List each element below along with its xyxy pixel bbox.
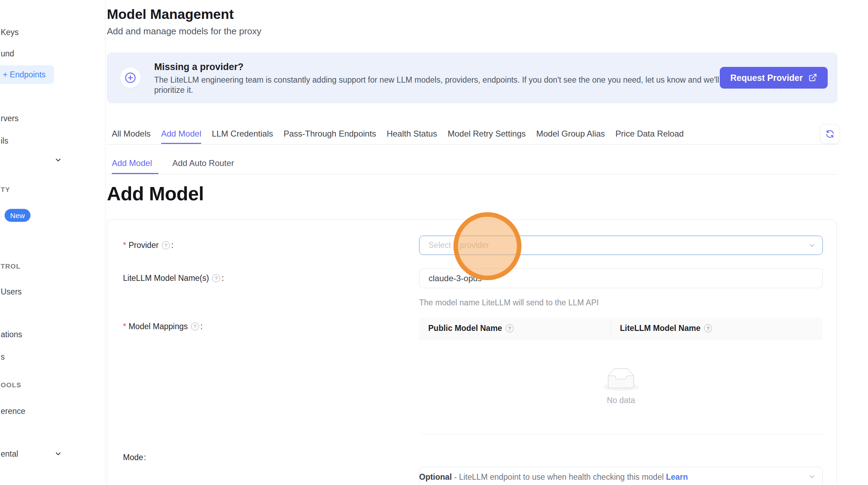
- request-provider-label: Request Provider: [730, 73, 803, 83]
- provider-select[interactable]: Select a provider: [419, 236, 823, 255]
- page-subtitle: Add and manage models for the proxy: [107, 26, 261, 37]
- sidebar-item-rvers[interactable]: rvers: [1, 114, 19, 123]
- mode-helper: Optional - LiteLLM endpoint to use when …: [419, 472, 688, 482]
- required-mark: *: [123, 322, 126, 331]
- model-mappings-label: * Model Mappings ? :: [123, 322, 203, 331]
- column-separator: [611, 322, 611, 334]
- external-link-icon: [808, 73, 817, 82]
- required-mark: *: [123, 241, 126, 250]
- request-provider-button[interactable]: Request Provider: [720, 67, 828, 89]
- main-content: Model Management Add and manage models f…: [107, 0, 838, 485]
- sidebar-item-s[interactable]: s: [1, 352, 5, 362]
- sidebar-item-und[interactable]: und: [1, 49, 14, 58]
- tab-pass-through-endpoints[interactable]: Pass-Through Endpoints: [283, 129, 376, 144]
- sidebar-item-erence[interactable]: erence: [1, 407, 25, 416]
- tab-health-status[interactable]: Health Status: [387, 129, 437, 144]
- mode-label: Mode :: [123, 448, 146, 467]
- chevron-down-icon[interactable]: [54, 156, 62, 164]
- subtabs-bar: Add ModelAdd Auto Router: [112, 158, 240, 174]
- tab-model-group-alias[interactable]: Model Group Alias: [536, 129, 605, 144]
- sidebar: Keysund+ EndpointsrversilsTYNewTROLUsers…: [0, 0, 105, 485]
- add-model-form-card: * Provider ? : Select a provider LiteLLM…: [107, 219, 837, 485]
- sidebar-section-ools: OOLS: [1, 381, 21, 389]
- chevron-down-icon: [808, 472, 816, 481]
- question-circle-icon[interactable]: ?: [162, 241, 170, 249]
- refresh-icon: [825, 129, 835, 139]
- question-circle-icon[interactable]: ?: [191, 323, 199, 331]
- model-name-label: LiteLLM Model Name(s) ? :: [123, 268, 224, 288]
- provider-placeholder: Select a provider: [429, 241, 489, 250]
- question-circle-icon[interactable]: ?: [506, 324, 514, 332]
- model-name-helper: The model name LiteLLM will send to the …: [419, 298, 599, 307]
- column-header-public-model-name: Public Model Name ?: [419, 324, 611, 333]
- sidebar-item-ations[interactable]: ations: [1, 330, 22, 339]
- tab-add-model[interactable]: Add Model: [161, 129, 201, 144]
- chevron-down-icon[interactable]: [54, 450, 62, 458]
- sidebar-item-users[interactable]: Users: [1, 287, 22, 297]
- question-circle-icon[interactable]: ?: [212, 274, 220, 282]
- plus-circle-icon: [120, 68, 141, 88]
- tabs-bar: All ModelsAdd ModelLLM CredentialsPass-T…: [112, 129, 684, 144]
- model-mappings-table: Public Model Name ? LiteLLM Model Name ?: [419, 318, 823, 434]
- sidebar-item-keys[interactable]: Keys: [1, 28, 19, 37]
- question-circle-icon[interactable]: ?: [704, 324, 712, 332]
- tab-all-models[interactable]: All Models: [112, 129, 151, 144]
- chevron-down-icon: [808, 241, 816, 250]
- sidebar-item-endpoints[interactable]: + Endpoints: [0, 65, 54, 84]
- tab-model-retry-settings[interactable]: Model Retry Settings: [447, 129, 526, 144]
- sidebar-item-ental[interactable]: ental: [1, 449, 18, 459]
- tabs-divider: [107, 144, 838, 145]
- subtab-add-auto-router[interactable]: Add Auto Router: [172, 158, 240, 174]
- sidebar-new-badge[interactable]: New: [5, 209, 30, 222]
- table-header: Public Model Name ? LiteLLM Model Name ?: [419, 318, 823, 339]
- subtab-add-model[interactable]: Add Model: [112, 158, 158, 174]
- no-data-text: No data: [607, 396, 635, 405]
- model-name-input[interactable]: claude-3-opus: [419, 268, 823, 288]
- banner-title: Missing a provider?: [154, 62, 244, 72]
- missing-provider-banner: Missing a provider? The LiteLLM engineer…: [107, 53, 838, 103]
- page-title: Model Management: [107, 6, 234, 22]
- learn-link[interactable]: Learn: [666, 472, 688, 481]
- add-model-heading: Add Model: [107, 183, 204, 205]
- column-header-litellm-model-name: LiteLLM Model Name ?: [611, 324, 713, 333]
- table-empty-state: No data: [419, 339, 823, 434]
- tab-price-data-reload[interactable]: Price Data Reload: [615, 129, 684, 144]
- banner-body: The LiteLLM engineering team is constant…: [154, 75, 720, 95]
- sidebar-section-trol: TROL: [1, 263, 21, 270]
- tab-llm-credentials[interactable]: LLM Credentials: [212, 129, 273, 144]
- empty-inbox-icon: [603, 368, 639, 392]
- sidebar-section-ty: TY: [1, 186, 10, 194]
- provider-label: * Provider ? :: [123, 236, 173, 255]
- refresh-button[interactable]: [820, 124, 840, 144]
- subtabs-divider: [107, 174, 838, 174]
- sidebar-item-ils[interactable]: ils: [1, 136, 8, 146]
